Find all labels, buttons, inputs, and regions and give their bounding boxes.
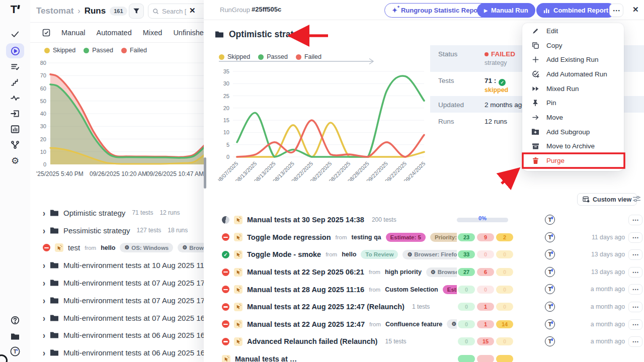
rungroup-statistic-report-button[interactable]: ✦ Rungroup Statistic Report: [384, 3, 490, 18]
menu-item-add-automated-run[interactable]: Add Automated Run: [522, 67, 624, 81]
run-timestamp: a month ago: [591, 338, 625, 345]
search-clear-icon[interactable]: ✕: [189, 6, 196, 15]
filter-button[interactable]: [129, 4, 144, 19]
tab-mixed[interactable]: Mixed: [143, 29, 163, 37]
rungroup-tree: ›Optimistic strategy71 tests12 runs›Pess…: [30, 204, 204, 362]
tree-group-row[interactable]: ›Multi-environment tests at 10 Aug 2025 …: [30, 256, 204, 274]
from-source: testing qa: [352, 234, 381, 241]
tree-group-row[interactable]: ›Multi-environment tests at 07 Aug 2025 …: [30, 274, 204, 292]
tab-unfinished[interactable]: Unfinished: [173, 29, 204, 37]
chevron-right-icon[interactable]: ›: [43, 225, 45, 236]
chevron-right-icon[interactable]: ›: [43, 278, 45, 288]
run-row[interactable]: Toggle Mode - smokefromhelloTo Review⚙Br…: [204, 246, 644, 263]
sidebar-item-steps[interactable]: [6, 75, 24, 90]
status-failed-icon: [222, 268, 229, 276]
sidebar-item-logo[interactable]: T: [6, 344, 24, 359]
menu-item-mixed-run[interactable]: Mixed Run: [522, 81, 624, 96]
combined-report-button[interactable]: Combined Report: [536, 3, 615, 18]
sidebar-item-branch[interactable]: [6, 137, 24, 152]
chevron-right-icon[interactable]: ›: [43, 347, 45, 358]
row-more-button[interactable]: ⋯: [628, 215, 642, 225]
menu-item-copy[interactable]: Copy: [522, 38, 624, 53]
skipped-pill: 0: [496, 303, 513, 311]
menu-item-purge[interactable]: Purge: [522, 153, 624, 168]
status-failed-icon: [43, 244, 50, 251]
chevron-right-icon[interactable]: ›: [43, 313, 45, 323]
run-tests-count: 1 tests: [412, 303, 430, 310]
sidebar-item-folder[interactable]: [6, 329, 24, 344]
tree-group-row[interactable]: ›Multi-environment tests at 07 Aug 2025 …: [30, 309, 204, 327]
sidebar-item-help[interactable]: [6, 313, 24, 328]
row-more-button[interactable]: ⋯: [628, 302, 642, 312]
arrow-right-icon: [531, 114, 539, 121]
svg-text:10: 10: [223, 129, 229, 135]
folder-icon: [50, 279, 59, 287]
play-circle-icon: [14, 49, 17, 52]
run-row[interactable]: Manual tests at 30 Sep 2025 14:38200 tes…: [204, 211, 644, 229]
view-settings-icon[interactable]: [632, 195, 641, 203]
run-row[interactable]: Manual tests at 22 Aug 2025 12:47 (Relau…: [204, 298, 644, 316]
row-more-button[interactable]: ⋯: [628, 249, 642, 260]
bar-chart-icon: [543, 7, 550, 14]
row-more-button[interactable]: ⋯: [628, 284, 642, 295]
tab-automated[interactable]: Automated: [97, 29, 132, 37]
manual-test-icon: [234, 320, 243, 328]
sidebar-item-chart[interactable]: [6, 122, 24, 137]
manual-test-icon: [234, 337, 243, 346]
chevron-right-icon[interactable]: ›: [43, 260, 45, 270]
sidebar-item-play-circle[interactable]: [6, 43, 24, 58]
menu-item-move-to-archive[interactable]: Move to Archive: [522, 139, 624, 154]
tree-group-row[interactable]: ›Pessimistic strategy127 tests18 runs: [30, 222, 204, 239]
sidebar-item-check[interactable]: [6, 27, 24, 42]
chevron-right-icon[interactable]: ›: [43, 208, 45, 218]
row-more-button[interactable]: ⋯: [628, 336, 642, 347]
close-icon[interactable]: ✕: [632, 5, 639, 14]
more-actions-button[interactable]: ⋯: [609, 4, 623, 17]
sidebar-rail: T ⚙T: [0, 0, 30, 362]
run-row[interactable]: Manual tests at 22 Sep 2025 06:21fromhig…: [204, 263, 644, 281]
tree-group-row[interactable]: ›Multi-environment tests at 06 Aug 2025 …: [30, 344, 204, 361]
run-row[interactable]: Manual tests at 22 Aug 2025 12:47fromCon…: [204, 316, 644, 333]
custom-view-button[interactable]: Custom view: [577, 193, 637, 206]
tree-group-name: Multi-environment tests at 07 Aug 2025 1…: [63, 296, 204, 305]
chevron-right-icon[interactable]: ›: [43, 295, 45, 306]
menu-item-add-existing-run[interactable]: Add Existing Run: [522, 52, 624, 67]
failed-pill: 1: [477, 303, 494, 311]
manual-run-button[interactable]: ▶ Manual Run: [477, 3, 535, 18]
menu-item-move[interactable]: Move: [522, 110, 624, 125]
tree-run-row[interactable]: testfromhello⚙OS: Windows⚙Browser: Chrom…: [30, 239, 204, 257]
row-more-button[interactable]: ⋯: [628, 232, 642, 243]
failed-pill: 0: [477, 286, 494, 294]
tree-group-row[interactable]: ›Optimistic strategy71 tests12 runs: [30, 204, 204, 222]
chevron-right-icon[interactable]: ›: [43, 330, 45, 340]
run-row[interactable]: Manual tests at …: [204, 350, 644, 362]
menu-item-add-subgroup[interactable]: Add Subgroup: [522, 125, 624, 139]
tree-group-row[interactable]: ›Multi-environment tests at 07 Aug 2025 …: [30, 292, 204, 309]
skipped-pill: 0: [496, 337, 513, 345]
breadcrumb-app[interactable]: Testomat: [36, 6, 73, 16]
scrollbar-thumb[interactable]: [204, 157, 206, 189]
run-row[interactable]: Manual tests at 28 Aug 2025 11:16fromCus…: [204, 281, 644, 298]
badge-label: Priority: Normal: [435, 234, 457, 240]
failed-pill: [477, 355, 494, 362]
status-passed-icon: [222, 251, 229, 258]
sidebar-item-gear[interactable]: ⚙: [6, 153, 24, 168]
menu-item-pin[interactable]: Pin: [522, 96, 624, 110]
sparkles-icon: ✦: [392, 7, 397, 14]
sidebar-item-list-check[interactable]: [6, 59, 24, 74]
sidebar-item-activity[interactable]: [6, 90, 24, 106]
runs-checklist-icon[interactable]: [42, 29, 50, 37]
tab-manual[interactable]: Manual: [61, 29, 86, 37]
run-row[interactable]: Advanced Relaunch failed (Relaunch)15 te…: [204, 333, 644, 350]
sidebar-item-import[interactable]: [6, 106, 24, 121]
search-placeholder: Search [: [162, 8, 186, 15]
brand-logo[interactable]: T: [0, 3, 30, 16]
tree-group-row[interactable]: ›Multi-environment tests at 06 Aug 2025 …: [30, 327, 204, 344]
skipped-pill: 0: [496, 286, 513, 294]
row-more-button[interactable]: ⋯: [628, 319, 642, 330]
row-more-button[interactable]: ⋯: [628, 267, 642, 278]
status-table-value: FAILEDstrategy: [485, 45, 515, 72]
status-table-label: Updated: [430, 96, 485, 113]
run-row[interactable]: Toggle Mode regressionfromtesting qaEsti…: [204, 229, 644, 246]
menu-item-edit[interactable]: Edit: [522, 24, 624, 38]
